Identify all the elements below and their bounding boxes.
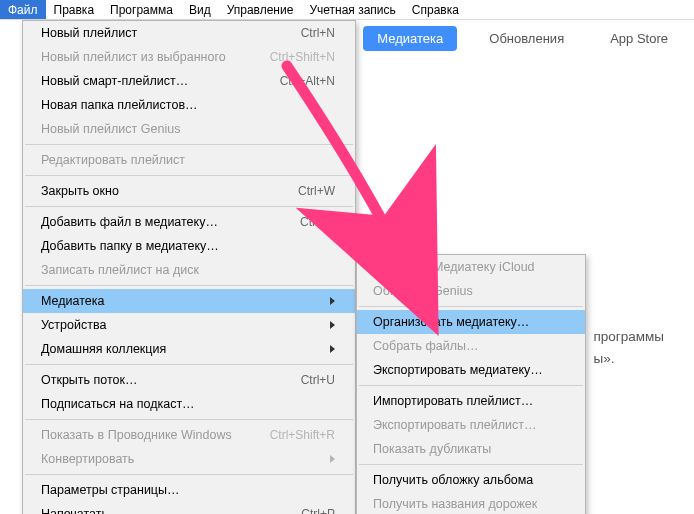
file-menu-item-label: Открыть поток… [41, 371, 138, 389]
library-submenu-item[interactable]: Организовать медиатеку… [357, 310, 585, 334]
file-menu-item-label: Новый плейлист [41, 24, 137, 42]
file-menu-item-label: Редактировать плейлист [41, 151, 185, 169]
file-menu-separator [25, 285, 353, 286]
file-menu-item: Показать в Проводнике WindowsCtrl+Shift+… [23, 423, 355, 447]
file-menu-item: Новый плейлист из выбранногоCtrl+Shift+N [23, 45, 355, 69]
chevron-right-icon [330, 345, 335, 353]
file-menu-item[interactable]: Параметры страницы… [23, 478, 355, 502]
menubar-item-program[interactable]: Программа [102, 0, 181, 19]
library-submenu-item-label: Обновить Genius [373, 282, 473, 300]
file-menu-dropdown: Новый плейлистCtrl+NНовый плейлист из вы… [22, 20, 356, 514]
library-submenu: Обновить Медиатеку iCloudОбновить Genius… [356, 254, 586, 514]
file-menu-item[interactable]: Добавить файл в медиатеку…Ctrl+O [23, 210, 355, 234]
file-menu-item-label: Показать в Проводнике Windows [41, 426, 232, 444]
file-menu-item: Записать плейлист на диск [23, 258, 355, 282]
file-menu-item[interactable]: Напечатать…Ctrl+P [23, 502, 355, 514]
file-menu-item-label: Закрыть окно [41, 182, 119, 200]
file-menu-item-label: Новая папка плейлистов… [41, 96, 198, 114]
library-submenu-separator [359, 385, 583, 386]
file-menu-item-shortcut: Ctrl+Alt+N [280, 72, 335, 90]
file-menu-item-label: Медиатека [41, 292, 104, 310]
tab-library[interactable]: Медиатека [363, 26, 457, 51]
file-menu-item-label: Записать плейлист на диск [41, 261, 199, 279]
file-menu-item-label: Новый смарт-плейлист… [41, 72, 188, 90]
library-submenu-item-label: Получить обложку альбома [373, 471, 533, 489]
library-submenu-separator [359, 464, 583, 465]
file-menu-item-label: Конвертировать [41, 450, 134, 468]
file-menu-item-shortcut: Ctrl+P [301, 505, 335, 514]
file-menu-item-label: Устройства [41, 316, 106, 334]
file-menu-separator [25, 175, 353, 176]
menubar-item-view[interactable]: Вид [181, 0, 219, 19]
background-text: программы ы». [593, 326, 664, 369]
library-submenu-item: Экспортировать плейлист… [357, 413, 585, 437]
file-menu-item[interactable]: Устройства [23, 313, 355, 337]
file-menu-item-label: Домашняя коллекция [41, 340, 166, 358]
file-menu-item-label: Добавить папку в медиатеку… [41, 237, 219, 255]
library-submenu-item-label: Импортировать плейлист… [373, 392, 533, 410]
bg-line-2: ы». [593, 348, 664, 370]
file-menu-separator [25, 364, 353, 365]
file-menu-item[interactable]: Новая папка плейлистов… [23, 93, 355, 117]
chevron-right-icon [330, 455, 335, 463]
chevron-right-icon [330, 297, 335, 305]
file-menu-item[interactable]: Добавить папку в медиатеку… [23, 234, 355, 258]
library-submenu-item-label: Собрать файлы… [373, 337, 478, 355]
file-menu-item[interactable]: Новый плейлистCtrl+N [23, 21, 355, 45]
file-menu-separator [25, 206, 353, 207]
file-menu-item-shortcut: Ctrl+N [301, 24, 335, 42]
library-submenu-separator [359, 306, 583, 307]
bg-line-1: программы [593, 326, 664, 348]
file-menu-item[interactable]: Домашняя коллекция [23, 337, 355, 361]
file-menu-item: Редактировать плейлист [23, 148, 355, 172]
file-menu-separator [25, 144, 353, 145]
library-submenu-item-label: Организовать медиатеку… [373, 313, 529, 331]
file-menu-item-label: Параметры страницы… [41, 481, 180, 499]
file-menu-item-shortcut: Ctrl+Shift+R [270, 426, 335, 444]
library-submenu-item-label: Экспортировать медиатеку… [373, 361, 543, 379]
library-submenu-item-label: Получить названия дорожек [373, 495, 537, 513]
file-menu-item[interactable]: Медиатека [23, 289, 355, 313]
library-submenu-item-label: Экспортировать плейлист… [373, 416, 537, 434]
library-submenu-item: Собрать файлы… [357, 334, 585, 358]
file-menu-item: Новый плейлист Genius [23, 117, 355, 141]
file-menu-item-shortcut: Ctrl+O [300, 213, 335, 231]
file-menu-item[interactable]: Открыть поток…Ctrl+U [23, 368, 355, 392]
library-submenu-item-label: Показать дубликаты [373, 440, 491, 458]
menubar-item-help[interactable]: Справка [404, 0, 467, 19]
file-menu-item-shortcut: Ctrl+Shift+N [270, 48, 335, 66]
file-menu-separator [25, 419, 353, 420]
menubar-item-file[interactable]: Файл [0, 0, 46, 19]
library-submenu-item: Обновить Genius [357, 279, 585, 303]
file-menu-item-label: Подписаться на подкаст… [41, 395, 195, 413]
file-menu-item[interactable]: Закрыть окноCtrl+W [23, 179, 355, 203]
file-menu-item-shortcut: Ctrl+W [298, 182, 335, 200]
chevron-right-icon [330, 321, 335, 329]
file-menu-item-label: Новый плейлист Genius [41, 120, 180, 138]
file-menu-item[interactable]: Новый смарт-плейлист…Ctrl+Alt+N [23, 69, 355, 93]
library-submenu-item: Обновить Медиатеку iCloud [357, 255, 585, 279]
file-menu-item[interactable]: Подписаться на подкаст… [23, 392, 355, 416]
library-submenu-item: Показать дубликаты [357, 437, 585, 461]
tab-appstore[interactable]: App Store [596, 26, 682, 51]
menubar-item-edit[interactable]: Правка [46, 0, 103, 19]
library-submenu-item[interactable]: Получить обложку альбома [357, 468, 585, 492]
section-tabs: Медиатека Обновления App Store [363, 26, 682, 51]
file-menu-separator [25, 474, 353, 475]
menubar-item-controls[interactable]: Управление [219, 0, 302, 19]
library-submenu-item: Получить названия дорожек [357, 492, 585, 514]
library-submenu-item[interactable]: Импортировать плейлист… [357, 389, 585, 413]
menubar-item-account[interactable]: Учетная запись [301, 0, 403, 19]
file-menu-item-shortcut: Ctrl+U [301, 371, 335, 389]
library-submenu-item[interactable]: Экспортировать медиатеку… [357, 358, 585, 382]
menubar: Файл Правка Программа Вид Управление Уче… [0, 0, 694, 20]
tab-updates[interactable]: Обновления [475, 26, 578, 51]
file-menu-item-label: Добавить файл в медиатеку… [41, 213, 218, 231]
file-menu-item: Конвертировать [23, 447, 355, 471]
file-menu-item-label: Новый плейлист из выбранного [41, 48, 226, 66]
library-submenu-item-label: Обновить Медиатеку iCloud [373, 258, 535, 276]
file-menu-item-label: Напечатать… [41, 505, 120, 514]
